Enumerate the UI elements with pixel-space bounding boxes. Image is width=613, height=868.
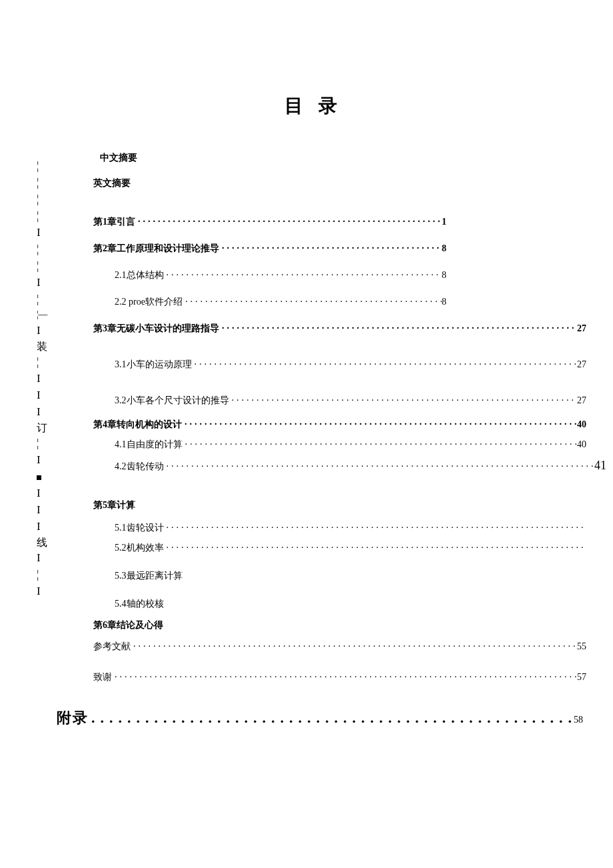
toc-label: 3.1小车的运动原理 (115, 359, 192, 371)
dots-leader (112, 672, 577, 683)
toc-ch5-s2: 5.2机构效率 (93, 542, 586, 554)
toc-ch1: 第1章引言 1 (93, 216, 446, 228)
dots-leader (135, 217, 442, 227)
toc-page-num: 41 (594, 459, 606, 473)
toc-ch3: 第3章无碳小车设计的理路指导 27 (93, 323, 586, 335)
toc-page-num: 8 (442, 243, 446, 254)
toc-ch5: 第5章计算 (93, 499, 583, 511)
dots-leader (219, 323, 577, 334)
abstract-cn: 中文摘要 (93, 152, 583, 164)
toc-page-num: 55 (577, 641, 586, 652)
dots-leader (164, 461, 595, 472)
dots-leader (89, 709, 574, 727)
toc-label: 4.1自由度的计算 (115, 439, 183, 451)
dots-leader (183, 297, 442, 307)
abstract-en: 英文摘要 (93, 177, 583, 189)
toc-ch5-s1: 5.1齿轮设计 (93, 522, 586, 534)
toc-ch3-s1: 3.1小车的运动原理 27 (93, 359, 586, 371)
toc-page: 目 录 中文摘要 英文摘要 第1章引言 1 第2章工作原理和设计理论推导 8 2… (0, 0, 613, 683)
dots-leader (219, 243, 442, 254)
dots-leader (164, 523, 587, 533)
dots-leader (164, 270, 442, 281)
toc-ch4: 第4章转向机构的设计 40 (93, 419, 586, 431)
toc-page-num: 58 (574, 715, 583, 725)
toc-body: 中文摘要 英文摘要 第1章引言 1 第2章工作原理和设计理论推导 8 2.1总体… (43, 152, 583, 683)
toc-ch4-s2: 4.2齿轮传动 41 (93, 459, 606, 473)
dots-leader (229, 395, 578, 406)
toc-label: 5.4轴的校核 (115, 598, 164, 610)
toc-thanks: 致谢 57 (93, 671, 586, 683)
toc-label: 5.1齿轮设计 (115, 522, 164, 534)
toc-page-num: 57 (577, 672, 586, 683)
toc-label: 第1章引言 (93, 216, 135, 228)
toc-ch2-s1: 2.1总体结构 8 (93, 269, 446, 281)
toc-page-num: 8 (442, 270, 446, 281)
toc-page-num: 40 (577, 419, 586, 430)
toc-label: 3.2小车各个尺寸设计的推导 (115, 395, 229, 407)
toc-label: 2.2 proe软件介绍 (115, 296, 183, 308)
toc-page-num: 1 (442, 217, 446, 227)
toc-ch5-s3: 5.3最远距离计算 (93, 570, 583, 582)
toc-appendix: 附录 58 (57, 708, 583, 728)
toc-refs: 参考文献 55 (93, 641, 586, 653)
dots-leader (192, 359, 578, 370)
toc-label: 5.2机构效率 (115, 542, 164, 554)
toc-ch2: 第2章工作原理和设计理论推导 8 (93, 243, 446, 255)
toc-label: 致谢 (93, 671, 112, 683)
toc-ch4-s1: 4.1自由度的计算 40 (93, 439, 586, 451)
dots-leader (183, 439, 578, 450)
toc-label: 第3章无碳小车设计的理路指导 (93, 323, 219, 335)
toc-ch3-s2: 3.2小车各个尺寸设计的推导 27 (93, 395, 586, 407)
page-title: 目 录 (43, 93, 583, 119)
dots-leader (182, 419, 577, 430)
toc-page-num: 27 (577, 359, 586, 370)
toc-page-num: 27 (577, 395, 586, 406)
toc-label: 参考文献 (93, 641, 131, 653)
toc-page-num: 8 (442, 297, 446, 307)
toc-label: 5.3最远距离计算 (115, 570, 183, 582)
toc-ch6: 第6章结论及心得 (93, 619, 583, 631)
toc-label: 第4章转向机构的设计 (93, 419, 182, 431)
toc-ch2-s2: 2.2 proe软件介绍 8 (93, 296, 446, 308)
toc-label: 2.1总体结构 (115, 269, 164, 281)
toc-label: 第2章工作原理和设计理论推导 (93, 243, 219, 255)
dots-leader (164, 543, 587, 553)
toc-ch5-s4: 5.4轴的校核 (93, 598, 583, 610)
dots-leader (131, 641, 577, 652)
toc-label: 4.2齿轮传动 (115, 461, 164, 473)
toc-page-num: 40 (577, 439, 586, 450)
toc-label: 附录 (57, 708, 89, 728)
toc-page-num: 27 (577, 323, 586, 334)
